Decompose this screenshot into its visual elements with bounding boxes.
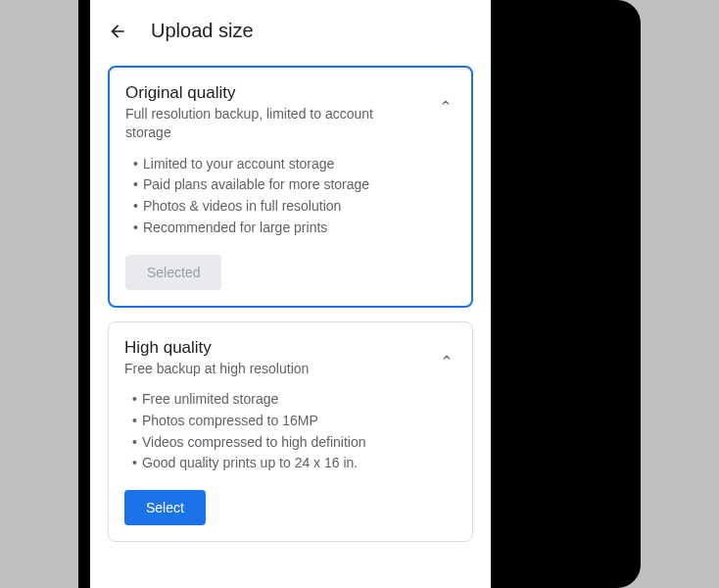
list-item: Photos compressed to 16MP [132, 411, 456, 432]
list-item: Paid plans available for more storage [133, 174, 455, 196]
card-title: Original quality [125, 83, 412, 103]
feature-list: Limited to your account storage Paid pla… [125, 154, 455, 239]
card-high-quality[interactable]: High quality Free backup at high resolut… [108, 321, 473, 543]
chevron-up-icon[interactable] [437, 348, 456, 368]
select-button[interactable]: Select [124, 490, 206, 525]
list-item: Free unlimited storage [132, 389, 456, 411]
page-title: Upload size [151, 20, 254, 42]
device-frame: Upload size Original quality Full resolu… [78, 0, 641, 588]
card-header-text: Original quality Full resolution backup,… [125, 83, 436, 142]
card-title: High quality [124, 338, 413, 358]
content-area: Original quality Full resolution backup,… [90, 62, 491, 573]
card-header: Original quality Full resolution backup,… [125, 83, 455, 142]
card-subtitle: Full resolution backup, limited to accou… [125, 105, 412, 142]
list-item: Photos & videos in full resolution [133, 196, 455, 218]
list-item: Limited to your account storage [133, 154, 455, 175]
list-item: Recommended for large prints [133, 218, 455, 239]
selected-button: Selected [125, 255, 221, 290]
header: Upload size [90, 0, 491, 62]
card-subtitle: Free backup at high resolution [124, 360, 413, 378]
app-screen: Upload size Original quality Full resolu… [90, 0, 491, 588]
card-header: High quality Free backup at high resolut… [124, 338, 456, 378]
list-item: Videos compressed to high definition [132, 432, 456, 454]
card-original-quality[interactable]: Original quality Full resolution backup,… [108, 66, 473, 308]
feature-list: Free unlimited storage Photos compressed… [124, 389, 456, 474]
card-header-text: High quality Free backup at high resolut… [124, 338, 437, 378]
list-item: Good quality prints up to 24 x 16 in. [132, 453, 456, 474]
chevron-up-icon[interactable] [436, 93, 455, 113]
back-arrow-icon[interactable] [108, 22, 127, 41]
